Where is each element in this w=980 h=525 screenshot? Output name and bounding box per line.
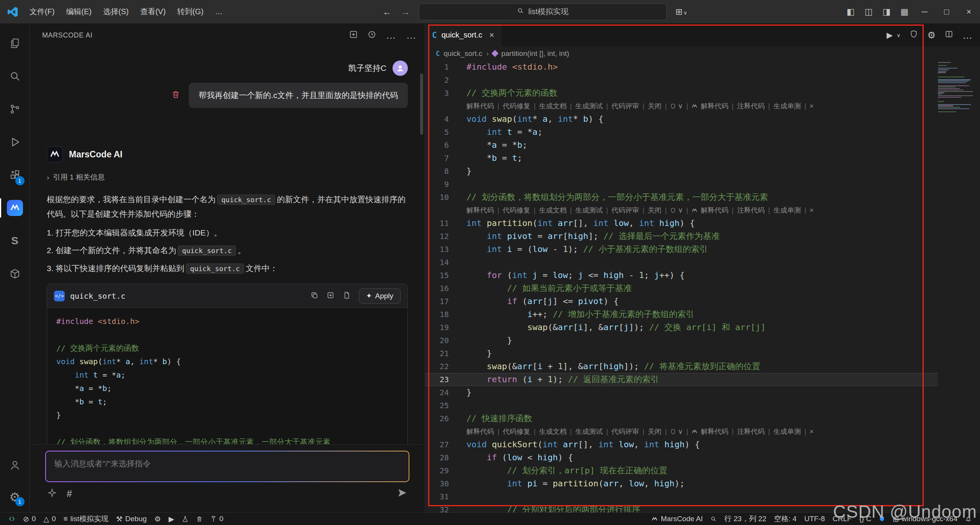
line-number[interactable]: 17 (425, 295, 460, 308)
close-button[interactable]: × (958, 0, 980, 24)
codelens-action[interactable]: 解释代码 (466, 427, 494, 436)
breadcrumb-symbol[interactable]: partition(int [], int, int) (501, 49, 569, 58)
breadcrumb-file[interactable]: quick_sort.c (443, 49, 482, 58)
sidebar-item-explorer[interactable] (0, 27, 30, 60)
code-line[interactable]: 29 // 划分索引，arr[p] 现在在正确的位置 (425, 464, 980, 477)
account-button[interactable] (0, 449, 30, 482)
code-line[interactable]: 30 int pi = partition(arr, low, high); (425, 477, 980, 490)
codelens-close-icon[interactable]: × (810, 428, 814, 436)
chat-input[interactable]: 输入消息或者"/"来选择指令 (45, 451, 409, 482)
status-compiler[interactable]: ⊞windows-gcc-x64 (889, 513, 961, 525)
codelens-action[interactable]: 代码修复 (503, 206, 530, 215)
split-editor-icon[interactable] (945, 30, 953, 40)
settings-button[interactable]: ⚙ 1 (0, 482, 30, 512)
context-hash-icon[interactable]: # (67, 488, 72, 499)
code-line[interactable]: 10// 划分函数，将数组划分为两部分，一部分小于基准元素，一部分大于基准元素 (425, 191, 980, 204)
codelens-action[interactable]: 解释代码 (701, 206, 728, 215)
line-number[interactable]: 31 (425, 490, 460, 503)
shield-icon[interactable] (910, 30, 918, 40)
code-line[interactable]: 25 (425, 399, 980, 412)
code-line[interactable]: 22 swap(&arr[i + 1], &arr[high]); // 将基准… (425, 360, 980, 373)
status-encoding[interactable]: UTF-8 (800, 513, 829, 525)
codelens-action[interactable]: 生成测试 (575, 206, 603, 215)
status-settings-gear[interactable]: ⚙ (151, 513, 165, 525)
codelens-action[interactable]: 解释代码 (466, 101, 494, 111)
editor-gear-icon[interactable]: ⚙ (927, 30, 936, 41)
code-line[interactable]: 16 // 如果当前元素小于或等于基准 (425, 282, 980, 295)
tab-quick-sort-c[interactable]: C quick_sort.c × (425, 24, 501, 46)
codelens-action[interactable]: 生成单测 (773, 427, 801, 436)
codelens-action[interactable]: 生成文档 (539, 427, 566, 436)
sidebar-item-search[interactable] (0, 60, 30, 93)
sidebar-item-plugin-box[interactable] (0, 257, 30, 290)
menu-v[interactable]: 查看(V) (134, 4, 172, 19)
line-number[interactable]: 19 (425, 321, 460, 334)
code-line[interactable]: 12 int pivot = arr[high]; // 选择最后一个元素作为基… (425, 230, 980, 243)
line-number[interactable]: 6 (425, 139, 460, 152)
code-line[interactable]: 19 swap(&arr[i], &arr[j]); // 交换 arr[i] … (425, 321, 980, 334)
status-eol[interactable]: CRLF (829, 513, 856, 525)
codelens-action[interactable]: 生成单测 (773, 206, 801, 215)
code-line[interactable]: 11int partition(int arr[], int low, int … (425, 217, 980, 230)
sidebar-item-plugin-s[interactable]: S (0, 224, 30, 257)
line-number[interactable]: 5 (425, 126, 460, 139)
status-problems-errors[interactable]: ⊘0 (19, 513, 40, 525)
toggle-panel-icon[interactable]: ◫ (860, 7, 878, 17)
line-number[interactable]: 16 (425, 282, 460, 295)
chat-more-icon[interactable]: … (386, 33, 396, 37)
codelens-action[interactable]: 关闭 (648, 427, 661, 436)
profile-grid-icon[interactable]: ⊞∨ (671, 7, 692, 17)
code-line[interactable]: 28 if (low < high) { (425, 451, 980, 464)
codelens-action[interactable]: 生成文档 (539, 101, 566, 111)
status-trash[interactable] (192, 513, 206, 525)
minimize-button[interactable]: ─ (913, 0, 936, 24)
code-line[interactable]: 13 int i = (low - 1); // 小于基准元素的子数组的索引 (425, 243, 980, 256)
code-line[interactable]: 32 // 分别对划分后的两部分进行排序 (425, 503, 980, 512)
menu-s[interactable]: 选择(S) (97, 4, 134, 19)
line-number[interactable]: 8 (425, 165, 460, 178)
new-chat-icon[interactable] (349, 30, 358, 41)
line-number[interactable]: 18 (425, 308, 460, 321)
code-line[interactable]: 21 } (425, 347, 980, 360)
run-file-button[interactable]: ▶ (887, 31, 893, 40)
code-line[interactable]: 17 if (arr[j] <= pivot) { (425, 295, 980, 308)
code-line[interactable]: 18 i++; // 增加小于基准元素的子数组的索引 (425, 308, 980, 321)
code-line[interactable]: 2 (425, 74, 980, 87)
panel-more-icon[interactable]: … (406, 33, 416, 37)
codelens-action[interactable]: 生成单测 (773, 101, 801, 111)
menu-f[interactable]: 文件(F) (24, 4, 61, 19)
line-number[interactable]: 26 (425, 412, 460, 425)
apply-button[interactable]: ✦ Apply (359, 288, 401, 304)
status-problems-warnings[interactable]: △0 (40, 513, 60, 525)
status-remote[interactable] (5, 513, 19, 525)
toggle-sidebar-icon[interactable]: ◧ (842, 7, 860, 17)
code-line[interactable]: 24} (425, 386, 980, 399)
line-number[interactable]: 28 (425, 451, 460, 464)
status-run-task[interactable]: ▶ (165, 513, 178, 525)
codelens-action[interactable]: 生成测试 (575, 427, 603, 436)
insert-at-cursor-icon[interactable] (327, 291, 334, 301)
line-number[interactable]: 32 (425, 503, 460, 512)
line-number[interactable]: 12 (425, 230, 460, 243)
line-number[interactable]: 14 (425, 256, 460, 269)
code-line[interactable]: 26// 快速排序函数 (425, 412, 980, 425)
status-task-list[interactable]: ≡list模拟实现 (60, 513, 112, 525)
code-area[interactable]: 1#include <stdio.h>23// 交换两个元素的函数解释代码|代码… (425, 61, 980, 512)
code-line[interactable]: 6 *a = *b; (425, 139, 980, 152)
status-indentation[interactable]: 空格: 4 (770, 513, 800, 525)
codelens-action[interactable]: 代码修复 (503, 427, 530, 436)
codelens-action[interactable]: 解释代码 (466, 206, 494, 215)
status-zoom[interactable] (707, 513, 720, 525)
sidebar-item-marscode[interactable] (0, 191, 30, 224)
codelens-action[interactable]: 解释代码 (701, 101, 728, 111)
command-center-search[interactable]: list模拟实现 (419, 3, 667, 20)
forward-arrow-icon[interactable]: → (396, 7, 415, 17)
line-number[interactable]: 11 (425, 217, 460, 230)
codelens-action[interactable]: 生成测试 (575, 101, 603, 111)
code-line[interactable]: 4void swap(int* a, int* b) { (425, 113, 980, 126)
line-number[interactable]: 20 (425, 334, 460, 347)
code-line[interactable]: 31 (425, 490, 980, 503)
maximize-button[interactable]: □ (936, 0, 958, 24)
copy-icon[interactable] (311, 291, 318, 301)
line-number[interactable]: 24 (425, 386, 460, 399)
